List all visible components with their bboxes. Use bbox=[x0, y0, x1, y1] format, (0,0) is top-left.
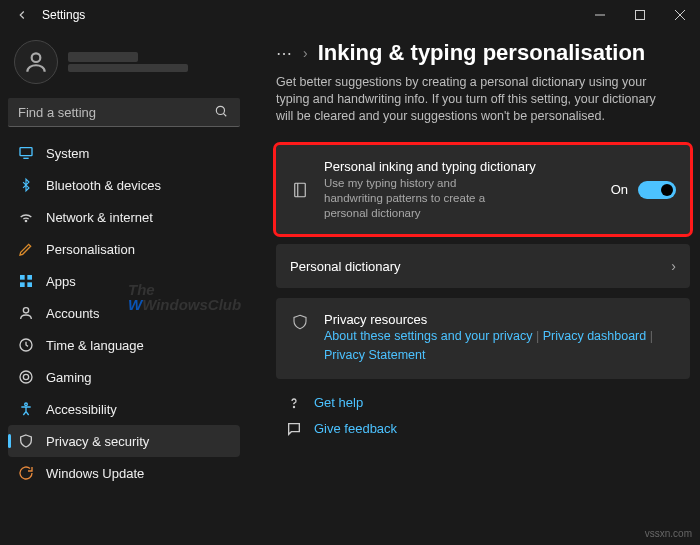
privacy-icon bbox=[18, 433, 34, 449]
sidebar-item-bluetooth[interactable]: Bluetooth & devices bbox=[8, 169, 240, 201]
sidebar-item-time[interactable]: Time & language bbox=[8, 329, 240, 361]
feedback-icon bbox=[286, 421, 302, 437]
sidebar-item-label: Privacy & security bbox=[46, 434, 149, 449]
toggle-label: On bbox=[611, 182, 628, 197]
wifi-icon bbox=[18, 209, 34, 225]
link-privacy-dashboard[interactable]: Privacy dashboard bbox=[543, 329, 647, 343]
window-title: Settings bbox=[42, 8, 85, 22]
sidebar-item-gaming[interactable]: Gaming bbox=[8, 361, 240, 393]
card-title: Personal inking and typing dictionary bbox=[324, 159, 597, 174]
accounts-icon bbox=[18, 305, 34, 321]
sidebar-item-label: Accessibility bbox=[46, 402, 117, 417]
source-mark: vssxn.com bbox=[645, 528, 692, 539]
nav-list: System Bluetooth & devices Network & int… bbox=[8, 137, 240, 545]
sidebar-item-privacy[interactable]: Privacy & security bbox=[8, 425, 240, 457]
search-input[interactable] bbox=[18, 105, 214, 120]
search-icon bbox=[214, 104, 230, 120]
sidebar-item-label: Bluetooth & devices bbox=[46, 178, 161, 193]
card-inking-toggle: Personal inking and typing dictionary Us… bbox=[276, 145, 690, 235]
sidebar-item-label: Time & language bbox=[46, 338, 144, 353]
link-get-help[interactable]: Get help bbox=[286, 395, 690, 411]
sidebar-item-update[interactable]: Windows Update bbox=[8, 457, 240, 489]
breadcrumb: ⋯ › Inking & typing personalisation bbox=[276, 40, 690, 66]
svg-rect-12 bbox=[20, 282, 25, 287]
sidebar-item-label: Accounts bbox=[46, 306, 99, 321]
card-title: Personal dictionary bbox=[290, 259, 657, 274]
dictionary-toggle[interactable] bbox=[638, 181, 676, 199]
page-description: Get better suggestions by creating a per… bbox=[276, 74, 676, 125]
sidebar-item-personalisation[interactable]: Personalisation bbox=[8, 233, 240, 265]
update-icon bbox=[18, 465, 34, 481]
svg-point-18 bbox=[25, 403, 28, 406]
footer-link-label: Get help bbox=[314, 395, 363, 410]
sidebar-item-label: Apps bbox=[46, 274, 76, 289]
card-personal-dictionary[interactable]: Personal dictionary › bbox=[276, 244, 690, 288]
back-button[interactable] bbox=[8, 1, 36, 29]
sidebar: System Bluetooth & devices Network & int… bbox=[0, 30, 248, 545]
link-about-settings[interactable]: About these settings and your privacy bbox=[324, 329, 532, 343]
apps-icon bbox=[18, 273, 34, 289]
display-icon bbox=[18, 145, 34, 161]
minimize-button[interactable] bbox=[580, 0, 620, 30]
svg-point-21 bbox=[293, 406, 294, 407]
svg-point-9 bbox=[25, 220, 26, 221]
card-privacy-resources: Privacy resources About these settings a… bbox=[276, 298, 690, 379]
profile-block[interactable] bbox=[8, 34, 240, 94]
svg-rect-13 bbox=[27, 282, 32, 287]
svg-rect-7 bbox=[20, 148, 32, 156]
sidebar-item-label: Windows Update bbox=[46, 466, 144, 481]
link-give-feedback[interactable]: Give feedback bbox=[286, 421, 690, 437]
chevron-right-icon: › bbox=[671, 258, 676, 274]
svg-point-5 bbox=[216, 106, 224, 114]
dictionary-icon bbox=[290, 180, 310, 200]
gaming-icon bbox=[18, 369, 34, 385]
sidebar-item-label: System bbox=[46, 146, 89, 161]
profile-email bbox=[68, 64, 188, 72]
svg-rect-1 bbox=[636, 11, 645, 20]
personalise-icon bbox=[18, 241, 34, 257]
window-controls bbox=[580, 0, 700, 30]
profile-name bbox=[68, 52, 138, 62]
bluetooth-icon bbox=[18, 177, 34, 193]
svg-point-14 bbox=[23, 308, 28, 313]
content-area: ⋯ › Inking & typing personalisation Get … bbox=[248, 30, 700, 545]
page-title: Inking & typing personalisation bbox=[318, 40, 646, 66]
sidebar-item-accounts[interactable]: Accounts bbox=[8, 297, 240, 329]
shield-icon bbox=[290, 312, 310, 332]
avatar bbox=[14, 40, 58, 84]
chevron-right-icon: › bbox=[303, 45, 308, 61]
sidebar-item-accessibility[interactable]: Accessibility bbox=[8, 393, 240, 425]
sidebar-item-apps[interactable]: Apps bbox=[8, 265, 240, 297]
svg-rect-11 bbox=[27, 275, 32, 280]
svg-line-6 bbox=[223, 113, 226, 116]
close-button[interactable] bbox=[660, 0, 700, 30]
maximize-button[interactable] bbox=[620, 0, 660, 30]
svg-rect-10 bbox=[20, 275, 25, 280]
sidebar-item-label: Gaming bbox=[46, 370, 92, 385]
breadcrumb-ellipsis[interactable]: ⋯ bbox=[276, 44, 293, 63]
sidebar-item-label: Network & internet bbox=[46, 210, 153, 225]
card-title: Privacy resources bbox=[324, 312, 676, 327]
card-subtitle: Use my typing history and handwriting pa… bbox=[324, 176, 504, 221]
svg-point-16 bbox=[20, 371, 32, 383]
link-privacy-statement[interactable]: Privacy Statement bbox=[324, 348, 425, 362]
time-icon bbox=[18, 337, 34, 353]
footer-link-label: Give feedback bbox=[314, 421, 397, 436]
svg-point-17 bbox=[23, 374, 28, 379]
svg-rect-19 bbox=[295, 183, 306, 197]
sidebar-item-system[interactable]: System bbox=[8, 137, 240, 169]
accessibility-icon bbox=[18, 401, 34, 417]
help-icon bbox=[286, 395, 302, 411]
search-box[interactable] bbox=[8, 98, 240, 127]
sidebar-item-network[interactable]: Network & internet bbox=[8, 201, 240, 233]
svg-point-4 bbox=[32, 53, 41, 62]
sidebar-item-label: Personalisation bbox=[46, 242, 135, 257]
